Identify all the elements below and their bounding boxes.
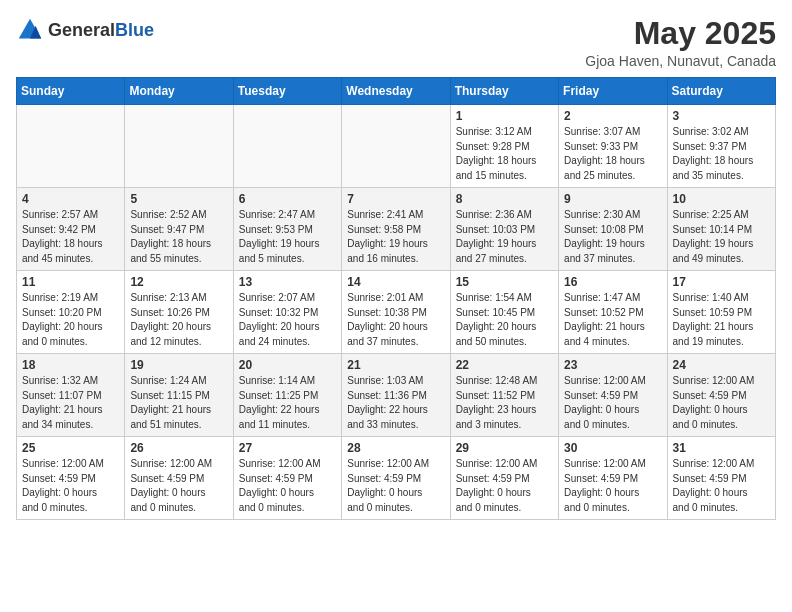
calendar-day-cell: 11Sunrise: 2:19 AM Sunset: 10:20 PM Dayl… xyxy=(17,271,125,354)
weekday-header-friday: Friday xyxy=(559,78,667,105)
day-number: 28 xyxy=(347,441,444,455)
calendar-day-cell: 21Sunrise: 1:03 AM Sunset: 11:36 PM Dayl… xyxy=(342,354,450,437)
calendar-day-cell: 31Sunrise: 12:00 AM Sunset: 4:59 PM Dayl… xyxy=(667,437,775,520)
day-number: 4 xyxy=(22,192,119,206)
day-number: 21 xyxy=(347,358,444,372)
calendar-day-cell: 20Sunrise: 1:14 AM Sunset: 11:25 PM Dayl… xyxy=(233,354,341,437)
calendar-day-cell xyxy=(342,105,450,188)
calendar-table: SundayMondayTuesdayWednesdayThursdayFrid… xyxy=(16,77,776,520)
day-info: Sunrise: 1:32 AM Sunset: 11:07 PM Daylig… xyxy=(22,374,119,432)
day-number: 26 xyxy=(130,441,227,455)
day-info: Sunrise: 2:07 AM Sunset: 10:32 PM Daylig… xyxy=(239,291,336,349)
title-block: May 2025 Gjoa Haven, Nunavut, Canada xyxy=(585,16,776,69)
day-info: Sunrise: 12:00 AM Sunset: 4:59 PM Daylig… xyxy=(347,457,444,515)
calendar-week-row: 11Sunrise: 2:19 AM Sunset: 10:20 PM Dayl… xyxy=(17,271,776,354)
calendar-day-cell: 23Sunrise: 12:00 AM Sunset: 4:59 PM Dayl… xyxy=(559,354,667,437)
day-number: 5 xyxy=(130,192,227,206)
day-number: 31 xyxy=(673,441,770,455)
weekday-header-tuesday: Tuesday xyxy=(233,78,341,105)
calendar-day-cell: 14Sunrise: 2:01 AM Sunset: 10:38 PM Dayl… xyxy=(342,271,450,354)
day-number: 11 xyxy=(22,275,119,289)
calendar-day-cell: 10Sunrise: 2:25 AM Sunset: 10:14 PM Dayl… xyxy=(667,188,775,271)
calendar-day-cell: 12Sunrise: 2:13 AM Sunset: 10:26 PM Dayl… xyxy=(125,271,233,354)
day-number: 23 xyxy=(564,358,661,372)
day-info: Sunrise: 12:00 AM Sunset: 4:59 PM Daylig… xyxy=(564,374,661,432)
day-number: 10 xyxy=(673,192,770,206)
day-number: 18 xyxy=(22,358,119,372)
day-info: Sunrise: 12:00 AM Sunset: 4:59 PM Daylig… xyxy=(673,457,770,515)
calendar-day-cell: 18Sunrise: 1:32 AM Sunset: 11:07 PM Dayl… xyxy=(17,354,125,437)
calendar-day-cell: 24Sunrise: 12:00 AM Sunset: 4:59 PM Dayl… xyxy=(667,354,775,437)
day-info: Sunrise: 2:52 AM Sunset: 9:47 PM Dayligh… xyxy=(130,208,227,266)
location-subtitle: Gjoa Haven, Nunavut, Canada xyxy=(585,53,776,69)
weekday-header-monday: Monday xyxy=(125,78,233,105)
calendar-day-cell xyxy=(17,105,125,188)
calendar-day-cell: 4Sunrise: 2:57 AM Sunset: 9:42 PM Daylig… xyxy=(17,188,125,271)
day-info: Sunrise: 2:13 AM Sunset: 10:26 PM Daylig… xyxy=(130,291,227,349)
day-number: 6 xyxy=(239,192,336,206)
day-info: Sunrise: 2:01 AM Sunset: 10:38 PM Daylig… xyxy=(347,291,444,349)
calendar-day-cell: 2Sunrise: 3:07 AM Sunset: 9:33 PM Daylig… xyxy=(559,105,667,188)
calendar-day-cell xyxy=(125,105,233,188)
day-number: 8 xyxy=(456,192,553,206)
calendar-week-row: 25Sunrise: 12:00 AM Sunset: 4:59 PM Dayl… xyxy=(17,437,776,520)
day-number: 29 xyxy=(456,441,553,455)
day-number: 3 xyxy=(673,109,770,123)
day-number: 7 xyxy=(347,192,444,206)
day-info: Sunrise: 3:07 AM Sunset: 9:33 PM Dayligh… xyxy=(564,125,661,183)
day-info: Sunrise: 1:47 AM Sunset: 10:52 PM Daylig… xyxy=(564,291,661,349)
day-info: Sunrise: 12:00 AM Sunset: 4:59 PM Daylig… xyxy=(673,374,770,432)
calendar-day-cell: 19Sunrise: 1:24 AM Sunset: 11:15 PM Dayl… xyxy=(125,354,233,437)
weekday-header-thursday: Thursday xyxy=(450,78,558,105)
calendar-day-cell: 28Sunrise: 12:00 AM Sunset: 4:59 PM Dayl… xyxy=(342,437,450,520)
logo-text: GeneralBlue xyxy=(48,20,154,41)
calendar-day-cell: 17Sunrise: 1:40 AM Sunset: 10:59 PM Dayl… xyxy=(667,271,775,354)
calendar-week-row: 4Sunrise: 2:57 AM Sunset: 9:42 PM Daylig… xyxy=(17,188,776,271)
day-info: Sunrise: 2:30 AM Sunset: 10:08 PM Daylig… xyxy=(564,208,661,266)
day-info: Sunrise: 1:40 AM Sunset: 10:59 PM Daylig… xyxy=(673,291,770,349)
day-number: 12 xyxy=(130,275,227,289)
day-number: 20 xyxy=(239,358,336,372)
weekday-header-row: SundayMondayTuesdayWednesdayThursdayFrid… xyxy=(17,78,776,105)
calendar-day-cell: 25Sunrise: 12:00 AM Sunset: 4:59 PM Dayl… xyxy=(17,437,125,520)
day-number: 1 xyxy=(456,109,553,123)
day-info: Sunrise: 1:03 AM Sunset: 11:36 PM Daylig… xyxy=(347,374,444,432)
day-number: 27 xyxy=(239,441,336,455)
calendar-day-cell: 16Sunrise: 1:47 AM Sunset: 10:52 PM Dayl… xyxy=(559,271,667,354)
day-info: Sunrise: 2:36 AM Sunset: 10:03 PM Daylig… xyxy=(456,208,553,266)
logo-blue: Blue xyxy=(115,20,154,40)
calendar-day-cell: 1Sunrise: 3:12 AM Sunset: 9:28 PM Daylig… xyxy=(450,105,558,188)
day-info: Sunrise: 2:41 AM Sunset: 9:58 PM Dayligh… xyxy=(347,208,444,266)
day-info: Sunrise: 3:02 AM Sunset: 9:37 PM Dayligh… xyxy=(673,125,770,183)
calendar-day-cell: 22Sunrise: 12:48 AM Sunset: 11:52 PM Day… xyxy=(450,354,558,437)
calendar-day-cell xyxy=(233,105,341,188)
day-info: Sunrise: 1:14 AM Sunset: 11:25 PM Daylig… xyxy=(239,374,336,432)
calendar-day-cell: 6Sunrise: 2:47 AM Sunset: 9:53 PM Daylig… xyxy=(233,188,341,271)
logo-icon xyxy=(16,16,44,44)
day-info: Sunrise: 12:00 AM Sunset: 4:59 PM Daylig… xyxy=(130,457,227,515)
day-info: Sunrise: 1:54 AM Sunset: 10:45 PM Daylig… xyxy=(456,291,553,349)
calendar-week-row: 18Sunrise: 1:32 AM Sunset: 11:07 PM Dayl… xyxy=(17,354,776,437)
day-number: 15 xyxy=(456,275,553,289)
day-number: 30 xyxy=(564,441,661,455)
calendar-day-cell: 13Sunrise: 2:07 AM Sunset: 10:32 PM Dayl… xyxy=(233,271,341,354)
calendar-day-cell: 3Sunrise: 3:02 AM Sunset: 9:37 PM Daylig… xyxy=(667,105,775,188)
day-number: 24 xyxy=(673,358,770,372)
calendar-day-cell: 26Sunrise: 12:00 AM Sunset: 4:59 PM Dayl… xyxy=(125,437,233,520)
day-info: Sunrise: 1:24 AM Sunset: 11:15 PM Daylig… xyxy=(130,374,227,432)
day-number: 16 xyxy=(564,275,661,289)
day-info: Sunrise: 12:00 AM Sunset: 4:59 PM Daylig… xyxy=(456,457,553,515)
month-title: May 2025 xyxy=(585,16,776,51)
day-info: Sunrise: 12:00 AM Sunset: 4:59 PM Daylig… xyxy=(564,457,661,515)
logo: GeneralBlue xyxy=(16,16,154,44)
day-number: 9 xyxy=(564,192,661,206)
calendar-day-cell: 30Sunrise: 12:00 AM Sunset: 4:59 PM Dayl… xyxy=(559,437,667,520)
day-number: 22 xyxy=(456,358,553,372)
day-info: Sunrise: 2:57 AM Sunset: 9:42 PM Dayligh… xyxy=(22,208,119,266)
calendar-day-cell: 7Sunrise: 2:41 AM Sunset: 9:58 PM Daylig… xyxy=(342,188,450,271)
day-info: Sunrise: 12:48 AM Sunset: 11:52 PM Dayli… xyxy=(456,374,553,432)
day-info: Sunrise: 12:00 AM Sunset: 4:59 PM Daylig… xyxy=(22,457,119,515)
calendar-week-row: 1Sunrise: 3:12 AM Sunset: 9:28 PM Daylig… xyxy=(17,105,776,188)
calendar-day-cell: 9Sunrise: 2:30 AM Sunset: 10:08 PM Dayli… xyxy=(559,188,667,271)
day-number: 25 xyxy=(22,441,119,455)
